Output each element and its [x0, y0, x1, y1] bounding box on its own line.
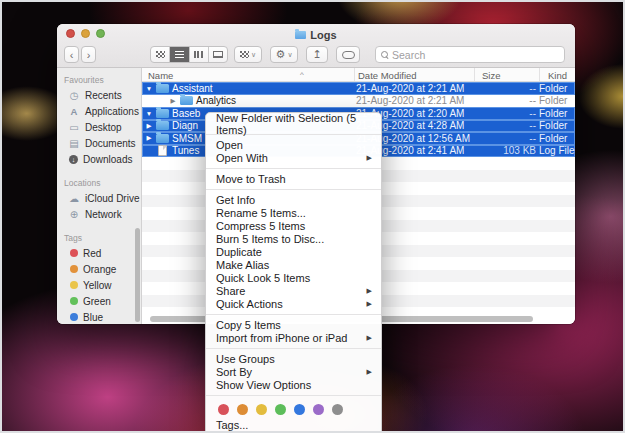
file-kind: Folder [539, 108, 575, 119]
menu-item-sort-by[interactable]: Sort By▶ [206, 365, 381, 378]
group-by-button[interactable]: ∨ [234, 46, 262, 63]
sidebar-item-tag-red[interactable]: Red [57, 245, 141, 261]
traffic-lights [66, 29, 105, 38]
zoom-button[interactable] [96, 29, 105, 38]
disclosure-collapsed-icon[interactable]: ▶ [144, 134, 154, 142]
forward-icon: › [87, 49, 91, 61]
disclosure-collapsed-icon[interactable]: ▶ [144, 122, 154, 130]
gray-tag-dot[interactable] [332, 404, 343, 415]
action-menu-button[interactable]: ⚙ ∨ [270, 46, 298, 63]
sidebar-item-desktop[interactable]: ▭ Desktop [57, 119, 141, 135]
disclosure-expanded-icon[interactable]: ▼ [144, 85, 154, 92]
green-tag-dot[interactable] [275, 404, 286, 415]
date-modified: 21-Aug-2020 at 2:21 AM [356, 83, 464, 94]
menu-item-new-folder-with-selection[interactable]: New Folder with Selection (5 Items) [206, 117, 381, 130]
column-divider[interactable] [539, 68, 540, 81]
menu-item-make-alias[interactable]: Make Alias [206, 258, 381, 271]
date-modified: 21-Aug-2020 at 2:21 AM [356, 95, 464, 106]
sidebar-item-network[interactable]: ⊕ Network [57, 206, 141, 222]
sidebar-item-tag-yellow[interactable]: Yellow [57, 277, 141, 293]
red-tag-dot[interactable] [218, 404, 229, 415]
menu-item-compress-5-items[interactable]: Compress 5 Items [206, 219, 381, 232]
menu-item-label: Rename 5 Items... [216, 207, 306, 219]
orange-tag-dot[interactable] [237, 404, 248, 415]
sidebar-item-recents[interactable]: ◷ Recents [57, 87, 141, 103]
blue-tag-dot[interactable] [294, 404, 305, 415]
forward-button[interactable]: › [81, 46, 96, 63]
menu-separator [206, 168, 381, 169]
menu-item-use-groups[interactable]: Use Groups [206, 352, 381, 365]
menu-tag-colors [206, 399, 381, 418]
column-header-date-modified[interactable]: Date Modified [358, 70, 417, 81]
disclosure-collapsed-icon[interactable]: ▶ [168, 97, 178, 105]
desktop-wallpaper: Logs ‹ › ∨ ⚙ ∨ [0, 0, 625, 433]
menu-item-label: Show View Options [216, 379, 311, 391]
sidebar-item-label: Desktop [85, 122, 122, 133]
menu-item-label: New Folder with Selection (5 Items) [216, 112, 371, 136]
close-button[interactable] [66, 29, 75, 38]
menu-item-label: Quick Actions [216, 298, 283, 310]
file-name: Diagn [172, 120, 198, 131]
menu-item-open[interactable]: Open [206, 138, 381, 151]
submenu-arrow-icon: ▶ [367, 334, 372, 342]
menu-item-show-view-options[interactable]: Show View Options [206, 378, 381, 391]
table-row[interactable]: ▶ Analytics 21-Aug-2020 at 2:21 AM -- Fo… [142, 95, 575, 108]
menu-item-rename-5-items[interactable]: Rename 5 Items... [206, 206, 381, 219]
menu-item-open-with[interactable]: Open With▶ [206, 151, 381, 164]
column-header-name[interactable]: Name [148, 70, 173, 81]
back-button[interactable]: ‹ [64, 46, 79, 63]
icon-view-button[interactable] [151, 47, 170, 62]
menu-item-quick-look-5-items[interactable]: Quick Look 5 Items [206, 271, 381, 284]
sidebar-item-label: Orange [83, 264, 116, 275]
purple-tag-dot[interactable] [313, 404, 324, 415]
column-view-button[interactable] [190, 47, 209, 62]
tag-button[interactable] [336, 46, 360, 63]
menu-item-share[interactable]: Share▶ [206, 284, 381, 297]
sidebar-item-downloads[interactable]: ↓ Downloads [57, 151, 141, 167]
menu-item-move-to-trash[interactable]: Move to Trash [206, 172, 381, 185]
menu-separator [206, 348, 381, 349]
column-divider[interactable] [474, 68, 475, 81]
menu-item-copy-5-items[interactable]: Copy 5 Items [206, 318, 381, 331]
network-icon: ⊕ [68, 209, 80, 220]
disclosure-expanded-icon[interactable]: ▼ [144, 110, 154, 117]
file-kind: Folder [539, 83, 575, 94]
file-name: Baseb [172, 108, 200, 119]
search-input[interactable] [392, 49, 559, 61]
folder-icon [156, 134, 169, 143]
minimize-button[interactable] [81, 29, 90, 38]
menu-item-label: Move to Trash [216, 173, 286, 185]
gallery-view-icon [213, 51, 223, 58]
list-view-button[interactable] [170, 47, 189, 62]
share-button[interactable]: ↥ [306, 46, 328, 63]
menu-item-tags[interactable]: Tags... [206, 418, 381, 432]
file-size: 103 KB [474, 145, 536, 156]
column-header-size[interactable]: Size [482, 70, 500, 81]
table-row[interactable]: ▼ Assistant 21-Aug-2020 at 2:21 AM -- Fo… [142, 82, 575, 95]
menu-item-duplicate[interactable]: Duplicate [206, 245, 381, 258]
gear-icon: ⚙ [276, 48, 286, 61]
sidebar-item-icloud-drive[interactable]: ☁ iCloud Drive [57, 190, 141, 206]
sidebar-item-applications[interactable]: A Applications [57, 103, 141, 119]
group-by-icon [240, 51, 249, 58]
menu-item-import-from-iphone-or-ipad[interactable]: Import from iPhone or iPad▶ [206, 331, 381, 344]
menu-item-burn-5-items-to-disc[interactable]: Burn 5 Items to Disc... [206, 232, 381, 245]
search-field[interactable] [375, 46, 565, 63]
folder-icon [156, 109, 169, 118]
gallery-view-button[interactable] [209, 47, 227, 62]
sidebar-scrollbar[interactable] [135, 228, 140, 322]
sidebar-item-tag-orange[interactable]: Orange [57, 261, 141, 277]
menu-item-get-info[interactable]: Get Info [206, 193, 381, 206]
sidebar-item-tag-green[interactable]: Green [57, 293, 141, 309]
sidebar-item-tag-blue[interactable]: Blue [57, 309, 141, 324]
file-size: -- [474, 83, 536, 94]
sidebar-item-documents[interactable]: ▤ Documents [57, 135, 141, 151]
yellow-tag-dot[interactable] [256, 404, 267, 415]
column-header-kind[interactable]: Kind [548, 70, 567, 81]
sidebar-section-locations: Locations [57, 175, 141, 190]
menu-separator [206, 189, 381, 190]
window-header: Logs ‹ › ∨ ⚙ ∨ [57, 24, 575, 68]
menu-item-quick-actions[interactable]: Quick Actions▶ [206, 297, 381, 310]
list-header: Name ^ Date Modified Size Kind [142, 68, 575, 82]
column-divider[interactable] [354, 68, 355, 81]
